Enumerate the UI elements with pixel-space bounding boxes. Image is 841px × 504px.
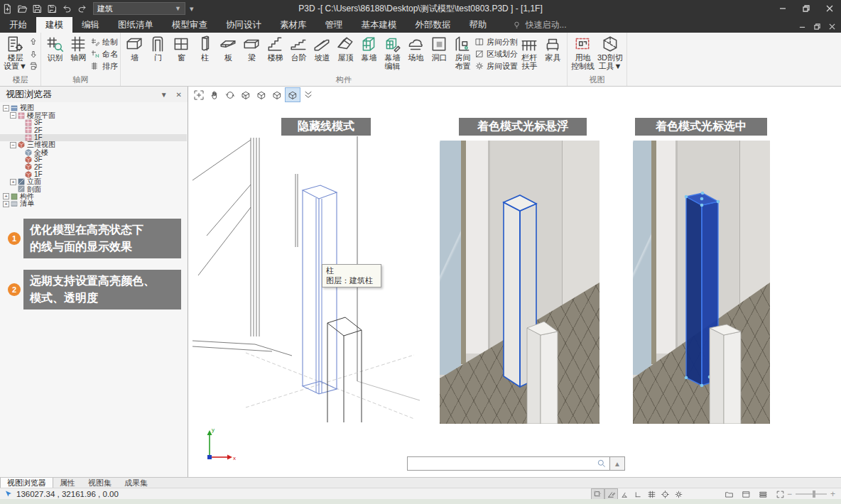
hidden-line-mode-button[interactable] bbox=[254, 88, 268, 102]
zoom-extents-button[interactable] bbox=[192, 88, 206, 102]
save-button[interactable] bbox=[30, 1, 45, 16]
land-control-line-button[interactable]: 用地 控制线 bbox=[570, 34, 596, 71]
railing-button[interactable]: 栏杆 扶手 bbox=[518, 34, 541, 71]
site-button[interactable]: 场地 bbox=[404, 34, 428, 63]
tab-external-data[interactable]: 外部数据 bbox=[406, 17, 460, 33]
save-as-button[interactable] bbox=[45, 1, 60, 16]
tree-expander[interactable]: + bbox=[3, 201, 9, 207]
tree-item-3F[interactable]: 3F bbox=[0, 156, 187, 163]
snap-settings-toggle[interactable] bbox=[673, 489, 685, 500]
tab-basic-modeling[interactable]: 基本建模 bbox=[352, 17, 406, 33]
roof-button[interactable]: 屋顶 bbox=[334, 34, 357, 63]
furniture-button[interactable]: 家具 bbox=[541, 34, 565, 63]
zoom-in-icon[interactable]: + bbox=[830, 489, 835, 499]
panel-pin-icon[interactable]: ▼ bbox=[161, 91, 168, 99]
tab-help[interactable]: 帮助 bbox=[460, 17, 497, 33]
shaded-mode-button[interactable] bbox=[270, 88, 284, 102]
floor-up-button[interactable] bbox=[28, 36, 38, 48]
tab-manage[interactable]: 管理 bbox=[316, 17, 352, 33]
shaded-edges-mode-button[interactable] bbox=[286, 88, 300, 102]
tab-modeling[interactable]: 建模 bbox=[36, 17, 72, 33]
grid-display-toggle[interactable] bbox=[646, 489, 658, 500]
tab-material-lib[interactable]: 素材库 bbox=[271, 17, 316, 33]
customize-toolbar-icon[interactable]: ▾ bbox=[190, 4, 194, 13]
drawing-canvas[interactable]: 隐藏线模式 着色模式光标悬浮 着色模式光标选中 柱 图层：建筑柱 y x ▲ bbox=[189, 87, 841, 477]
bottom-tab-视图集[interactable]: 视图集 bbox=[82, 478, 118, 488]
pan-button[interactable] bbox=[207, 88, 222, 102]
new-file-button[interactable] bbox=[0, 1, 15, 16]
tree-item-清单[interactable]: +清单 bbox=[0, 200, 187, 207]
bottom-tab-属性[interactable]: 属性 bbox=[53, 478, 82, 488]
bottom-tab-视图浏览器[interactable]: 视图浏览器 bbox=[0, 478, 53, 488]
room-layout-button[interactable]: 房间 布置 bbox=[451, 34, 474, 71]
axis-draw-button[interactable]: 绘制 bbox=[90, 36, 118, 48]
column-button[interactable]: 柱 bbox=[193, 34, 217, 63]
tree-expander[interactable]: − bbox=[10, 142, 16, 148]
undo-button[interactable] bbox=[60, 1, 75, 16]
zoom-handle[interactable] bbox=[813, 491, 815, 498]
floor-down-button[interactable] bbox=[28, 48, 38, 60]
tree-item-全楼[interactable]: 全楼 bbox=[0, 148, 187, 155]
open-file-button[interactable] bbox=[15, 1, 30, 16]
axis-grid-button[interactable]: 轴网 bbox=[67, 34, 90, 63]
panel-close-icon[interactable]: ✕ bbox=[176, 91, 182, 99]
doc-restore-button[interactable] bbox=[814, 20, 820, 33]
minimize-button[interactable] bbox=[771, 0, 794, 17]
opening-button[interactable]: 洞口 bbox=[428, 34, 451, 63]
tree-expander[interactable]: + bbox=[10, 179, 16, 185]
identify-button[interactable]: 识别 bbox=[43, 34, 67, 63]
fit-view-button[interactable] bbox=[774, 489, 786, 500]
orbit-button[interactable] bbox=[223, 88, 237, 102]
tree-item-楼层平面[interactable]: −楼层平面 bbox=[0, 111, 187, 119]
search-input[interactable] bbox=[407, 456, 610, 471]
curtain-wall-button[interactable]: 幕墙 bbox=[357, 34, 381, 63]
ortho-mode-toggle[interactable] bbox=[632, 489, 644, 500]
object-snap-toggle[interactable] bbox=[592, 489, 604, 500]
tab-sheet-list[interactable]: 图纸清单 bbox=[109, 17, 163, 33]
curtain-wall-edit-button[interactable]: 幕墙 编辑 bbox=[381, 34, 404, 71]
axis-name-button[interactable]: 命名 bbox=[90, 48, 118, 60]
tab-start[interactable]: 开始 bbox=[0, 17, 36, 33]
close-button[interactable] bbox=[818, 0, 841, 17]
doc-close-button[interactable] bbox=[829, 20, 835, 33]
window-button[interactable]: 窗 bbox=[170, 34, 193, 63]
door-button[interactable]: 门 bbox=[146, 34, 170, 63]
tree-item-三维视图[interactable]: −三维视图 bbox=[0, 141, 187, 148]
toolbar-more-button[interactable] bbox=[301, 88, 315, 102]
wireframe-mode-button[interactable] bbox=[239, 88, 253, 102]
zoom-track[interactable] bbox=[796, 493, 827, 495]
layers-button[interactable] bbox=[757, 489, 769, 500]
zone-divide-button[interactable]: 区域划分 bbox=[474, 48, 518, 60]
quick-launch[interactable]: 快速启动... bbox=[512, 17, 567, 33]
floor-print-button[interactable] bbox=[28, 60, 38, 72]
tab-edit[interactable]: 编辑 bbox=[72, 17, 109, 33]
room-split-button[interactable]: 房间分割 bbox=[474, 36, 518, 48]
zoom-out-icon[interactable]: − bbox=[787, 489, 792, 499]
new-view-button[interactable] bbox=[723, 489, 735, 500]
tree-item-2F[interactable]: 2F bbox=[0, 163, 187, 170]
restore-button[interactable] bbox=[794, 0, 818, 17]
workspace-dropdown[interactable]: 建筑 ▼ bbox=[93, 2, 185, 15]
steps-button[interactable]: 台阶 bbox=[287, 34, 310, 63]
window-view-button[interactable] bbox=[740, 489, 752, 500]
polar-tracking-toggle[interactable] bbox=[605, 489, 617, 500]
room-settings-button[interactable]: 房间设置 bbox=[474, 60, 518, 72]
floor-settings-button[interactable]: 楼层 设置▼ bbox=[2, 34, 28, 71]
angle-snap-toggle[interactable] bbox=[619, 489, 631, 500]
stair-button[interactable]: 楼梯 bbox=[264, 34, 287, 63]
axis-sort-button[interactable]: 排序 bbox=[90, 60, 118, 72]
redo-button[interactable] bbox=[75, 1, 89, 16]
tree-expander[interactable]: − bbox=[3, 105, 9, 111]
bottom-tab-成果集[interactable]: 成果集 bbox=[118, 478, 154, 488]
ramp-button[interactable]: 坡道 bbox=[310, 34, 334, 63]
slab-button[interactable]: 板 bbox=[217, 34, 240, 63]
beam-button[interactable]: 梁 bbox=[240, 34, 264, 63]
tree-item-2F[interactable]: 2F bbox=[0, 126, 187, 133]
expand-history-button[interactable]: ▲ bbox=[610, 456, 625, 471]
tab-model-review[interactable]: 模型审查 bbox=[163, 17, 217, 33]
wall-button[interactable]: 墙 bbox=[123, 34, 146, 63]
tree-item-3F[interactable]: 3F bbox=[0, 119, 187, 126]
tree-expander[interactable]: − bbox=[10, 112, 16, 119]
tab-collab-design[interactable]: 协同设计 bbox=[217, 17, 271, 33]
tree-expander[interactable]: + bbox=[3, 193, 9, 199]
